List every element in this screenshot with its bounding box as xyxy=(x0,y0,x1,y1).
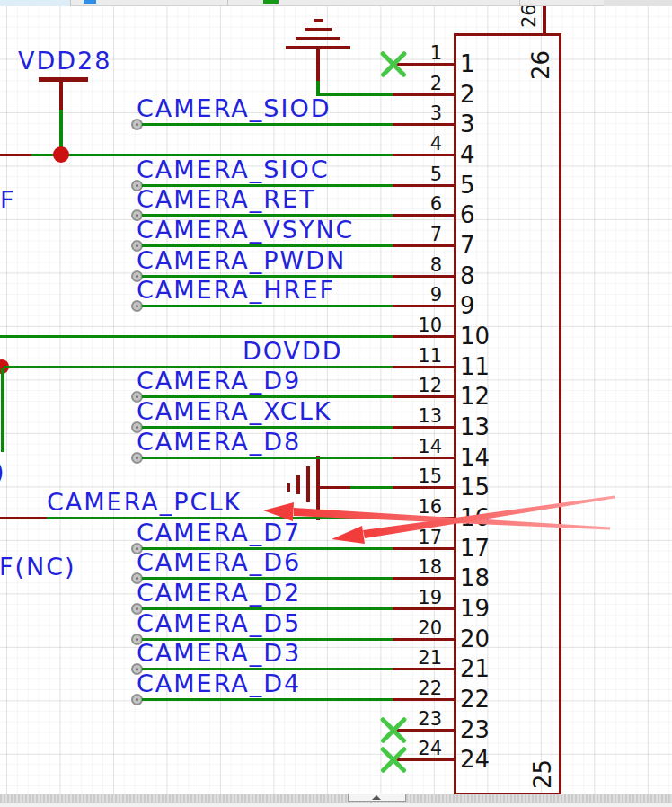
net-label-camera-d9[interactable]: CAMERA_D9 xyxy=(137,368,301,394)
vdd-bar xyxy=(39,77,88,82)
pin-8-number: 8 xyxy=(379,255,442,275)
wire-dovdd-branch[interactable] xyxy=(1,368,4,452)
tab-segment-active[interactable] xyxy=(0,0,71,6)
pin-16-name: 16 xyxy=(460,505,490,530)
pin-9-number: 9 xyxy=(379,285,442,305)
net-label-camera-href[interactable]: CAMERA_HREF xyxy=(137,278,335,303)
wire-power-lead[interactable] xyxy=(0,154,31,156)
pin-22-number: 22 xyxy=(379,678,442,698)
tab-green-icon[interactable] xyxy=(263,0,279,4)
net-label-camera-d5[interactable]: CAMERA_D5 xyxy=(137,611,301,636)
net-label-camera-ret[interactable]: CAMERA_RET xyxy=(137,187,316,212)
net-label-camera-siod[interactable]: CAMERA_SIOD xyxy=(137,96,331,121)
power-net-label-vdd28[interactable]: VDD28 xyxy=(18,49,111,74)
scrollbar-thumb[interactable] xyxy=(348,794,406,802)
gnd-left-bar-3 xyxy=(296,475,300,494)
schematic-canvas[interactable]: VDD28 F F(NC) ) 26 26 25 112233CAMERA_SI… xyxy=(0,0,672,807)
gnd-left-bar-2 xyxy=(306,466,310,502)
pin-4-name: 4 xyxy=(460,142,475,167)
pin-9-name: 9 xyxy=(460,293,475,318)
pin-13-number: 13 xyxy=(379,406,442,426)
pin-17-number: 17 xyxy=(379,528,442,547)
wire-camera-d8[interactable] xyxy=(142,457,393,459)
pin-24-name: 24 xyxy=(460,747,490,772)
pin-5-name: 5 xyxy=(460,173,475,198)
gnd-left-bar-4 xyxy=(287,483,290,492)
net-label-camera-pwdn[interactable]: CAMERA_PWDN xyxy=(137,248,346,273)
tab-segment-right[interactable] xyxy=(604,0,672,6)
net-label-camera-sioc[interactable]: CAMERA_SIOC xyxy=(137,157,330,182)
pin-11-number: 11 xyxy=(379,346,442,366)
pin-14-name: 14 xyxy=(460,445,490,470)
pin-18-name: 18 xyxy=(460,565,490,590)
pin-13-name: 13 xyxy=(460,414,490,439)
tab-strip xyxy=(0,0,672,6)
net-label-camera-d8[interactable]: CAMERA_D8 xyxy=(137,430,301,455)
junction-dot xyxy=(53,146,69,163)
tab-divider xyxy=(519,0,520,6)
net-label-camera-d7[interactable]: CAMERA_D7 xyxy=(137,520,301,545)
pin-7-stub[interactable] xyxy=(393,244,454,247)
pin-10-number: 10 xyxy=(379,315,442,335)
bottom-strip xyxy=(0,803,672,807)
gnd-bar-4 xyxy=(314,19,323,22)
clipped-glyph-fragment: ) xyxy=(0,459,6,484)
pin-14-number: 14 xyxy=(379,437,442,457)
tab-divider xyxy=(227,0,228,6)
net-label-dovdd[interactable]: DOVDD xyxy=(243,339,343,364)
net-label-camera-d6[interactable]: CAMERA_D6 xyxy=(137,550,301,575)
net-label-camera-pclk[interactable]: CAMERA_PCLK xyxy=(47,490,242,515)
gnd-bar-2 xyxy=(296,37,340,40)
pin-4-number: 4 xyxy=(379,134,442,154)
connector-top-pin-stub[interactable] xyxy=(543,5,546,33)
pin-5-number: 5 xyxy=(379,164,442,184)
pin-6-number: 6 xyxy=(379,194,442,214)
annotation-arrows xyxy=(0,0,672,807)
no-connect-x-pin-24[interactable] xyxy=(378,744,409,775)
pin-10-name: 10 xyxy=(460,324,490,349)
pin-21-number: 21 xyxy=(379,648,442,668)
pin-6-stub[interactable] xyxy=(393,214,454,217)
connector-pin-name-26: 26 xyxy=(528,50,553,80)
vdd-stem xyxy=(59,82,63,110)
pin-3-stub[interactable] xyxy=(393,123,454,126)
pin-20-name: 20 xyxy=(460,626,490,652)
net-label-camera-d2[interactable]: CAMERA_D2 xyxy=(137,581,301,606)
wire-gnd-stem-pin15[interactable] xyxy=(320,486,350,489)
wire-camera-d4[interactable] xyxy=(142,698,393,701)
pin-19-name: 19 xyxy=(460,596,490,621)
wire-camera-href[interactable] xyxy=(142,305,393,307)
pin-2-stub[interactable] xyxy=(393,93,454,96)
gnd-stem xyxy=(316,49,320,81)
pin-5-stub[interactable] xyxy=(393,184,454,187)
clipped-net-label-f[interactable]: F xyxy=(0,188,16,213)
pin-17-name: 17 xyxy=(460,536,490,561)
pin-12-number: 12 xyxy=(379,376,442,395)
pin-20-number: 20 xyxy=(379,618,442,638)
pin-3-name: 3 xyxy=(460,111,475,137)
pin-8-stub[interactable] xyxy=(393,275,454,278)
pin-15-number: 15 xyxy=(379,466,442,486)
wire-pclk-lead[interactable] xyxy=(0,517,47,519)
pin-12-name: 12 xyxy=(460,384,490,409)
pin-4-stub[interactable] xyxy=(393,154,454,156)
collapse-arrow-icon xyxy=(372,795,381,800)
pin-16-number: 16 xyxy=(379,497,442,517)
pin-7-number: 7 xyxy=(379,225,442,244)
horizontal-scrollbar[interactable] xyxy=(0,794,672,803)
tab-blue-icon[interactable] xyxy=(84,0,96,4)
net-label-camera-xclk[interactable]: CAMERA_XCLK xyxy=(137,399,332,424)
wire-camera-siod[interactable] xyxy=(142,123,393,126)
net-label-camera-d4[interactable]: CAMERA_D4 xyxy=(137,671,301,696)
wire-gnd-pin15[interactable] xyxy=(350,486,393,489)
connector-pin-name-25: 25 xyxy=(530,759,555,789)
pin-23-name: 23 xyxy=(460,717,490,742)
pin-21-name: 21 xyxy=(460,656,490,681)
pin-18-number: 18 xyxy=(379,557,442,577)
pin-7-name: 7 xyxy=(460,233,475,258)
net-label-camera-vsync[interactable]: CAMERA_VSYNC xyxy=(137,217,354,243)
clipped-net-label-fnc[interactable]: F(NC) xyxy=(0,554,76,580)
pin-9-stub[interactable] xyxy=(393,305,454,307)
net-label-camera-d3[interactable]: CAMERA_D3 xyxy=(137,641,301,666)
pin-11-name: 11 xyxy=(460,354,490,379)
